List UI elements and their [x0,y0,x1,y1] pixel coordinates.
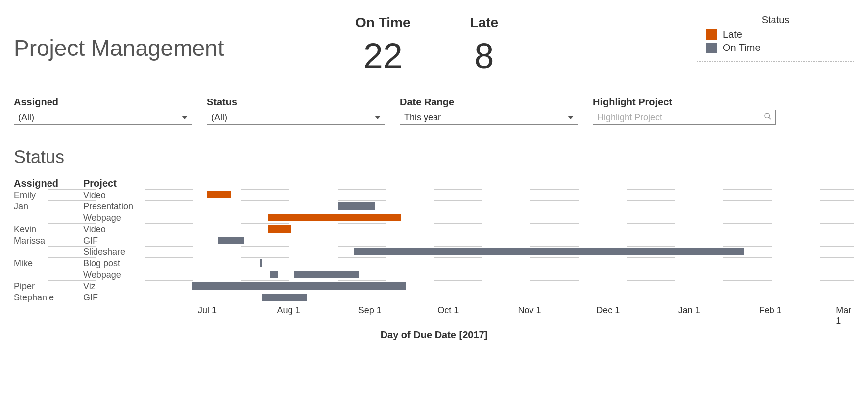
cell-bars [152,281,854,292]
axis-tick: Sep 1 [358,305,382,316]
filter-daterange-label: Date Range [400,97,578,108]
daterange-dropdown-value: This year [404,112,441,123]
table-row[interactable]: MarissaGIF [14,235,854,246]
filter-highlight-label: Highlight Project [593,97,776,108]
svg-line-1 [769,117,771,119]
cell-bars [152,258,854,269]
gantt-bar[interactable] [207,191,231,198]
cell-assigned: Kevin [14,224,83,235]
filter-status-label: Status [207,97,385,108]
col-header-chart [152,178,854,189]
gantt-header: Assigned Project [14,178,854,189]
cell-project: Webpage [83,270,152,280]
gantt-bar[interactable] [338,202,375,210]
legend-item-ontime[interactable]: On Time [706,42,845,53]
cell-project: Viz [83,281,152,292]
cell-project: Webpage [83,213,152,223]
table-row[interactable]: PiperViz [14,280,854,292]
cell-project: Blog post [83,258,152,269]
cell-project: Video [83,190,152,200]
chevron-down-icon [568,116,574,119]
gantt-bar[interactable] [294,271,359,278]
page-title: Project Management [14,10,336,61]
legend: Status Late On Time [697,10,854,62]
col-header-assigned: Assigned [14,178,83,189]
filter-assigned-label: Assigned [14,97,192,108]
axis-tick: Nov 1 [518,305,541,316]
cell-bars [152,247,854,257]
swatch-ontime-icon [706,43,717,53]
gantt-bar[interactable] [268,214,401,221]
daterange-dropdown[interactable]: This year [400,110,578,125]
gantt-chart: Assigned Project EmilyVideoJanPresentati… [14,178,854,341]
x-axis: Jul 1Aug 1Sep 1Oct 1Nov 1Dec 1Jan 1Feb 1… [152,303,854,318]
cell-project: Presentation [83,201,152,212]
table-row[interactable]: Webpage [14,212,854,223]
filter-status: Status (All) [207,97,385,125]
filter-assigned: Assigned (All) [14,97,192,125]
filter-bar: Assigned (All) Status (All) Date Range T… [14,97,854,125]
legend-ontime-label: On Time [723,42,761,53]
status-dropdown[interactable]: (All) [207,110,385,125]
axis-tick: Feb 1 [759,305,782,316]
svg-point-0 [765,113,769,118]
cell-assigned: Marissa [14,236,83,246]
table-row[interactable]: Webpage [14,269,854,280]
legend-item-late[interactable]: Late [706,29,845,40]
x-axis-label: Day of Due Date [2017] [14,329,854,341]
cell-assigned: Jan [14,201,83,212]
kpi-late: Late 8 [470,15,499,76]
section-title: Status [14,147,854,168]
table-row[interactable]: KevinVideo [14,223,854,235]
cell-assigned: Stephanie [14,293,83,303]
cell-bars [152,224,854,235]
highlight-placeholder: Highlight Project [597,112,662,123]
status-dropdown-value: (All) [211,112,227,123]
filter-daterange: Date Range This year [400,97,578,125]
axis-tick: Dec 1 [596,305,620,316]
gantt-bar[interactable] [354,248,744,255]
kpi-ontime-label: On Time [355,15,411,31]
axis-tick: Oct 1 [437,305,459,316]
cell-assigned: Piper [14,281,83,292]
cell-bars [152,235,854,246]
search-icon [764,112,772,123]
kpi-group: On Time 22 Late 8 [355,10,498,76]
cell-project: GIF [83,236,152,246]
assigned-dropdown-value: (All) [18,112,34,123]
dashboard: Project Management On Time 22 Late 8 Sta… [0,0,868,396]
header-row: Project Management On Time 22 Late 8 Sta… [14,10,854,84]
gantt-bar[interactable] [218,237,244,244]
cell-project: Slideshare [83,247,152,257]
table-row[interactable]: EmilyVideo [14,189,854,200]
chevron-down-icon [182,116,188,119]
cell-bars [152,292,854,303]
cell-assigned: Mike [14,258,83,269]
table-row[interactable]: JanPresentation [14,200,854,212]
highlight-search-input[interactable]: Highlight Project [593,110,776,125]
cell-bars [152,201,854,212]
cell-bars [152,212,854,223]
gantt-bar[interactable] [192,282,406,290]
gantt-bar[interactable] [268,225,291,233]
legend-late-label: Late [723,29,742,40]
axis-tick: Jul 1 [198,305,217,316]
axis-tick: Jan 1 [678,305,700,316]
cell-bars [152,190,854,200]
axis-tick: Aug 1 [277,305,300,316]
table-row[interactable]: MikeBlog post [14,257,854,269]
col-header-project: Project [83,178,152,189]
kpi-ontime: On Time 22 [355,15,411,76]
gantt-bar[interactable] [262,294,307,301]
kpi-late-label: Late [470,15,499,31]
table-row[interactable]: Slideshare [14,246,854,257]
cell-bars [152,269,854,280]
gantt-bar[interactable] [260,259,262,267]
assigned-dropdown[interactable]: (All) [14,110,192,125]
legend-title: Status [706,14,845,26]
cell-project: GIF [83,293,152,303]
chevron-down-icon [375,116,381,119]
gantt-bar[interactable] [270,271,278,278]
table-row[interactable]: StephanieGIF [14,292,854,303]
kpi-ontime-value: 22 [355,36,411,76]
